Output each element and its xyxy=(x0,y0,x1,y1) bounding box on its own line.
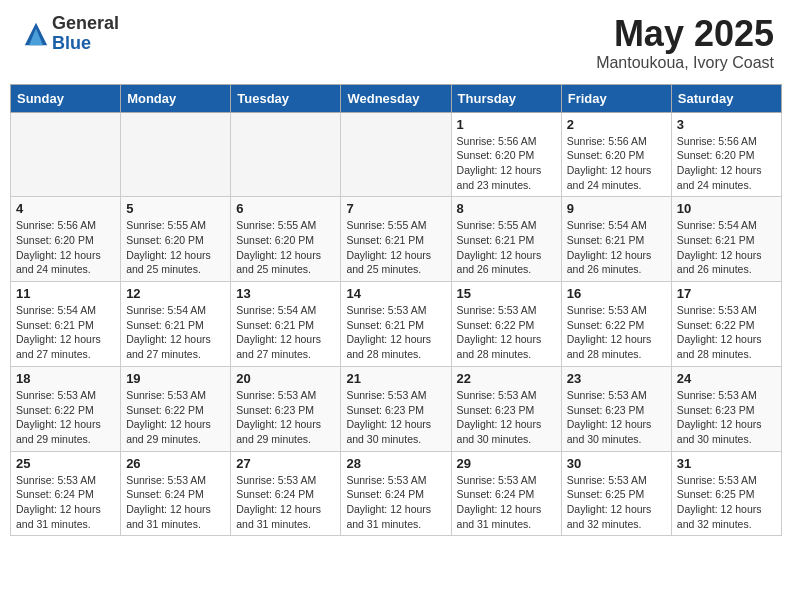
logo-icon xyxy=(22,20,50,48)
day-number: 5 xyxy=(126,201,225,216)
logo-blue-text: Blue xyxy=(52,34,119,54)
calendar-week-4: 18Sunrise: 5:53 AMSunset: 6:22 PMDayligh… xyxy=(11,366,782,451)
day-number: 6 xyxy=(236,201,335,216)
calendar-header-wednesday: Wednesday xyxy=(341,84,451,112)
day-number: 12 xyxy=(126,286,225,301)
calendar-cell: 5Sunrise: 5:55 AMSunset: 6:20 PMDaylight… xyxy=(121,197,231,282)
day-info: Sunrise: 5:53 AMSunset: 6:24 PMDaylight:… xyxy=(346,473,445,532)
calendar-week-5: 25Sunrise: 5:53 AMSunset: 6:24 PMDayligh… xyxy=(11,451,782,536)
calendar-cell: 2Sunrise: 5:56 AMSunset: 6:20 PMDaylight… xyxy=(561,112,671,197)
calendar-cell: 20Sunrise: 5:53 AMSunset: 6:23 PMDayligh… xyxy=(231,366,341,451)
calendar-header-tuesday: Tuesday xyxy=(231,84,341,112)
calendar-header-thursday: Thursday xyxy=(451,84,561,112)
calendar-cell: 28Sunrise: 5:53 AMSunset: 6:24 PMDayligh… xyxy=(341,451,451,536)
day-info: Sunrise: 5:53 AMSunset: 6:25 PMDaylight:… xyxy=(567,473,666,532)
day-number: 21 xyxy=(346,371,445,386)
calendar-cell: 12Sunrise: 5:54 AMSunset: 6:21 PMDayligh… xyxy=(121,282,231,367)
day-number: 15 xyxy=(457,286,556,301)
calendar-cell: 1Sunrise: 5:56 AMSunset: 6:20 PMDaylight… xyxy=(451,112,561,197)
day-number: 23 xyxy=(567,371,666,386)
day-number: 3 xyxy=(677,117,776,132)
day-info: Sunrise: 5:54 AMSunset: 6:21 PMDaylight:… xyxy=(236,303,335,362)
day-info: Sunrise: 5:53 AMSunset: 6:23 PMDaylight:… xyxy=(236,388,335,447)
day-info: Sunrise: 5:53 AMSunset: 6:24 PMDaylight:… xyxy=(236,473,335,532)
day-info: Sunrise: 5:56 AMSunset: 6:20 PMDaylight:… xyxy=(457,134,556,193)
calendar-cell: 3Sunrise: 5:56 AMSunset: 6:20 PMDaylight… xyxy=(671,112,781,197)
day-number: 2 xyxy=(567,117,666,132)
calendar-cell: 31Sunrise: 5:53 AMSunset: 6:25 PMDayligh… xyxy=(671,451,781,536)
calendar-cell: 19Sunrise: 5:53 AMSunset: 6:22 PMDayligh… xyxy=(121,366,231,451)
day-number: 19 xyxy=(126,371,225,386)
calendar-cell: 8Sunrise: 5:55 AMSunset: 6:21 PMDaylight… xyxy=(451,197,561,282)
calendar-cell: 29Sunrise: 5:53 AMSunset: 6:24 PMDayligh… xyxy=(451,451,561,536)
day-info: Sunrise: 5:53 AMSunset: 6:24 PMDaylight:… xyxy=(457,473,556,532)
day-number: 27 xyxy=(236,456,335,471)
day-number: 13 xyxy=(236,286,335,301)
day-info: Sunrise: 5:53 AMSunset: 6:23 PMDaylight:… xyxy=(677,388,776,447)
day-number: 4 xyxy=(16,201,115,216)
calendar-cell: 25Sunrise: 5:53 AMSunset: 6:24 PMDayligh… xyxy=(11,451,121,536)
calendar-cell xyxy=(11,112,121,197)
page-header: General Blue May 2025 Mantoukoua, Ivory … xyxy=(10,10,782,76)
calendar-cell: 26Sunrise: 5:53 AMSunset: 6:24 PMDayligh… xyxy=(121,451,231,536)
day-info: Sunrise: 5:55 AMSunset: 6:20 PMDaylight:… xyxy=(126,218,225,277)
calendar-cell: 7Sunrise: 5:55 AMSunset: 6:21 PMDaylight… xyxy=(341,197,451,282)
logo-general-text: General xyxy=(52,14,119,34)
calendar-cell: 16Sunrise: 5:53 AMSunset: 6:22 PMDayligh… xyxy=(561,282,671,367)
day-info: Sunrise: 5:53 AMSunset: 6:22 PMDaylight:… xyxy=(457,303,556,362)
calendar-header-row: SundayMondayTuesdayWednesdayThursdayFrid… xyxy=(11,84,782,112)
day-number: 25 xyxy=(16,456,115,471)
calendar-cell: 24Sunrise: 5:53 AMSunset: 6:23 PMDayligh… xyxy=(671,366,781,451)
day-number: 22 xyxy=(457,371,556,386)
day-info: Sunrise: 5:54 AMSunset: 6:21 PMDaylight:… xyxy=(126,303,225,362)
day-number: 26 xyxy=(126,456,225,471)
calendar-header-friday: Friday xyxy=(561,84,671,112)
day-number: 20 xyxy=(236,371,335,386)
day-info: Sunrise: 5:54 AMSunset: 6:21 PMDaylight:… xyxy=(567,218,666,277)
day-number: 29 xyxy=(457,456,556,471)
calendar-cell: 15Sunrise: 5:53 AMSunset: 6:22 PMDayligh… xyxy=(451,282,561,367)
day-number: 9 xyxy=(567,201,666,216)
day-number: 1 xyxy=(457,117,556,132)
day-info: Sunrise: 5:53 AMSunset: 6:23 PMDaylight:… xyxy=(457,388,556,447)
calendar-cell: 22Sunrise: 5:53 AMSunset: 6:23 PMDayligh… xyxy=(451,366,561,451)
location: Mantoukoua, Ivory Coast xyxy=(596,54,774,72)
day-info: Sunrise: 5:55 AMSunset: 6:21 PMDaylight:… xyxy=(346,218,445,277)
day-info: Sunrise: 5:53 AMSunset: 6:23 PMDaylight:… xyxy=(346,388,445,447)
day-info: Sunrise: 5:53 AMSunset: 6:21 PMDaylight:… xyxy=(346,303,445,362)
day-info: Sunrise: 5:54 AMSunset: 6:21 PMDaylight:… xyxy=(16,303,115,362)
month-title: May 2025 xyxy=(596,14,774,54)
calendar-cell: 14Sunrise: 5:53 AMSunset: 6:21 PMDayligh… xyxy=(341,282,451,367)
day-info: Sunrise: 5:53 AMSunset: 6:24 PMDaylight:… xyxy=(16,473,115,532)
day-info: Sunrise: 5:53 AMSunset: 6:22 PMDaylight:… xyxy=(126,388,225,447)
calendar-cell: 30Sunrise: 5:53 AMSunset: 6:25 PMDayligh… xyxy=(561,451,671,536)
day-info: Sunrise: 5:53 AMSunset: 6:25 PMDaylight:… xyxy=(677,473,776,532)
title-block: May 2025 Mantoukoua, Ivory Coast xyxy=(596,14,774,72)
calendar-header-monday: Monday xyxy=(121,84,231,112)
logo: General Blue xyxy=(18,14,119,54)
day-info: Sunrise: 5:53 AMSunset: 6:22 PMDaylight:… xyxy=(677,303,776,362)
calendar-header-saturday: Saturday xyxy=(671,84,781,112)
calendar-cell: 27Sunrise: 5:53 AMSunset: 6:24 PMDayligh… xyxy=(231,451,341,536)
calendar-cell: 18Sunrise: 5:53 AMSunset: 6:22 PMDayligh… xyxy=(11,366,121,451)
calendar-cell xyxy=(121,112,231,197)
calendar-cell xyxy=(341,112,451,197)
calendar-cell: 23Sunrise: 5:53 AMSunset: 6:23 PMDayligh… xyxy=(561,366,671,451)
calendar-cell xyxy=(231,112,341,197)
calendar-cell: 13Sunrise: 5:54 AMSunset: 6:21 PMDayligh… xyxy=(231,282,341,367)
day-number: 14 xyxy=(346,286,445,301)
calendar-header-sunday: Sunday xyxy=(11,84,121,112)
calendar-table: SundayMondayTuesdayWednesdayThursdayFrid… xyxy=(10,84,782,537)
day-info: Sunrise: 5:53 AMSunset: 6:22 PMDaylight:… xyxy=(16,388,115,447)
calendar-cell: 10Sunrise: 5:54 AMSunset: 6:21 PMDayligh… xyxy=(671,197,781,282)
logo-text: General Blue xyxy=(52,14,119,54)
day-number: 10 xyxy=(677,201,776,216)
day-number: 17 xyxy=(677,286,776,301)
day-info: Sunrise: 5:55 AMSunset: 6:21 PMDaylight:… xyxy=(457,218,556,277)
day-info: Sunrise: 5:53 AMSunset: 6:22 PMDaylight:… xyxy=(567,303,666,362)
day-number: 7 xyxy=(346,201,445,216)
day-info: Sunrise: 5:56 AMSunset: 6:20 PMDaylight:… xyxy=(16,218,115,277)
calendar-cell: 9Sunrise: 5:54 AMSunset: 6:21 PMDaylight… xyxy=(561,197,671,282)
day-info: Sunrise: 5:56 AMSunset: 6:20 PMDaylight:… xyxy=(567,134,666,193)
day-info: Sunrise: 5:53 AMSunset: 6:24 PMDaylight:… xyxy=(126,473,225,532)
